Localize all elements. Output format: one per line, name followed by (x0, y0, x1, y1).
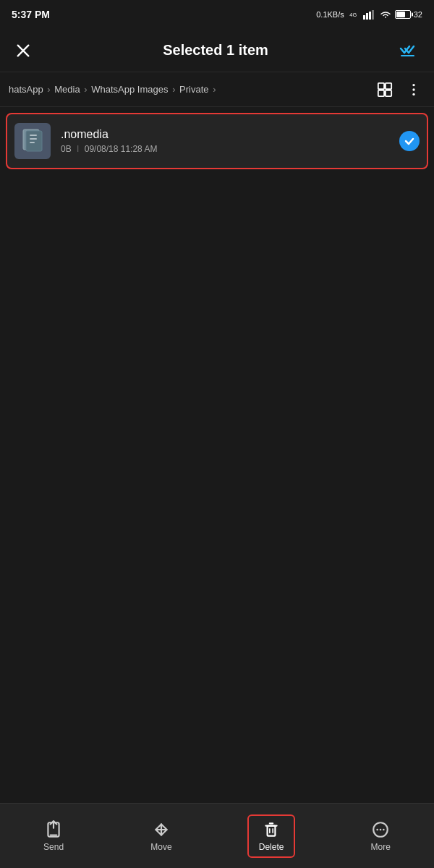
svg-rect-10 (378, 90, 384, 95)
status-icons: 0.1KB/s 4G 32 (316, 9, 422, 20)
svg-rect-20 (30, 135, 37, 136)
send-label: Send (43, 842, 64, 852)
breadcrumb-sep-2: › (84, 84, 90, 95)
file-item[interactable]: .nomedia 0B I 09/08/18 11:28 AM (6, 113, 428, 169)
svg-point-35 (380, 828, 382, 830)
svg-text:4G: 4G (349, 12, 357, 18)
status-bar: 5:37 PM 0.1KB/s 4G 32 (0, 0, 434, 29)
send-button[interactable]: Send (32, 814, 75, 858)
breadcrumb: hatsApp › Media › WhatsApp Images › Priv… (9, 84, 373, 95)
checklist-button[interactable] (396, 38, 422, 64)
more-label: More (371, 842, 391, 852)
status-time: 5:37 PM (12, 9, 50, 20)
selection-title: Selected 1 item (35, 42, 396, 59)
svg-point-14 (412, 93, 414, 95)
svg-rect-11 (386, 90, 391, 95)
delete-button[interactable]: Delete (247, 814, 296, 858)
breadcrumb-sep-1: › (47, 84, 53, 95)
network-type-icon: 4G (349, 9, 360, 20)
breadcrumb-part-1: hatsApp (9, 84, 43, 95)
file-icon (22, 129, 43, 153)
file-date: 09/08/18 11:28 AM (85, 144, 158, 154)
breadcrumb-part-4: Private (179, 84, 208, 95)
move-icon (152, 820, 171, 839)
network-speed: 0.1KB/s (316, 10, 344, 19)
breadcrumb-part-2: Media (54, 84, 80, 95)
move-label: Move (150, 842, 171, 852)
battery-fill (396, 12, 406, 17)
svg-rect-2 (366, 13, 368, 20)
svg-rect-9 (386, 82, 391, 88)
top-bar: Selected 1 item (0, 29, 434, 72)
svg-point-12 (412, 83, 414, 85)
more-button[interactable]: More (359, 814, 402, 858)
more-icon (371, 820, 390, 839)
svg-rect-4 (372, 10, 374, 20)
bottom-bar: Send Move Delete More (0, 803, 434, 868)
grid-view-button[interactable] (373, 78, 396, 101)
svg-rect-22 (30, 142, 35, 143)
battery-level: 32 (414, 10, 422, 19)
wifi-icon (379, 9, 392, 20)
svg-point-36 (383, 828, 385, 830)
battery-icon (395, 10, 411, 19)
move-button[interactable]: Move (139, 814, 183, 858)
breadcrumb-actions (373, 78, 425, 101)
svg-rect-3 (369, 12, 371, 20)
svg-rect-21 (30, 138, 37, 140)
svg-point-13 (412, 88, 414, 90)
breadcrumb-bar: hatsApp › Media › WhatsApp Images › Priv… (0, 72, 434, 107)
breadcrumb-part-3: WhatsApp Images (91, 84, 168, 95)
delete-icon (262, 820, 281, 839)
close-button[interactable] (12, 39, 35, 62)
svg-rect-1 (363, 15, 365, 20)
breadcrumb-sep-4: › (213, 84, 216, 95)
file-selected-check (399, 131, 420, 151)
delete-label: Delete (259, 842, 284, 852)
file-meta: 0B I 09/08/18 11:28 AM (61, 144, 399, 154)
overflow-menu-button[interactable] (402, 78, 425, 101)
file-info: .nomedia 0B I 09/08/18 11:28 AM (61, 128, 399, 154)
file-list: .nomedia 0B I 09/08/18 11:28 AM (0, 107, 434, 175)
svg-rect-19 (26, 131, 42, 151)
svg-rect-28 (268, 825, 276, 835)
file-icon-wrap (14, 123, 51, 159)
svg-point-34 (377, 828, 379, 830)
file-name: .nomedia (61, 128, 399, 141)
breadcrumb-sep-3: › (172, 84, 178, 95)
file-size: 0B (61, 144, 72, 154)
signal-bars-icon (363, 9, 376, 20)
svg-rect-8 (378, 82, 384, 88)
send-icon (44, 820, 63, 839)
